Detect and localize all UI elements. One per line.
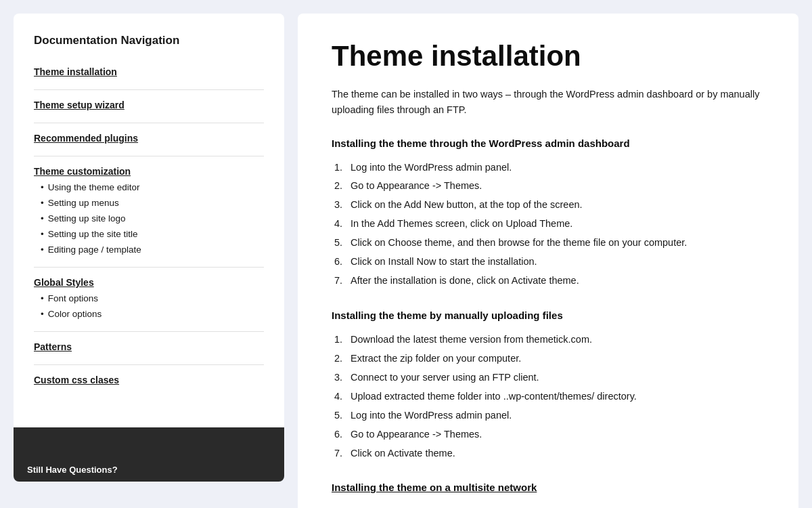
nav-sub-item[interactable]: Setting up the site title [34,226,264,242]
nav-section-custom-css-classes: Custom css clases [34,375,264,398]
main-section-admin-dashboard: Installing the theme through the WordPre… [332,137,765,291]
section-list-admin-dashboard: Log into the WordPress admin panel.Go to… [332,158,765,291]
section-heading-multisite: Installing the theme on a multisite netw… [332,482,765,493]
section-heading-manually-uploading: Installing the theme by manually uploadi… [332,310,765,321]
sidebar-nav: Theme installationTheme setup wizardReco… [34,66,264,398]
nav-link-recommended-plugins[interactable]: Recommended plugins [34,133,264,144]
nav-sub-item[interactable]: Editing page / template [34,242,264,257]
list-item: Go to Appearance -> Themes. [345,425,765,444]
bottom-preview-text: Still Have Questions? [27,465,118,475]
main-section-multisite: Installing the theme on a multisite netw… [332,482,765,493]
nav-sub-item[interactable]: Font options [34,291,264,306]
list-item: In the Add Themes screen, click on Uploa… [345,215,765,234]
nav-link-theme-setup-wizard[interactable]: Theme setup wizard [34,100,264,110]
list-item: Click on Choose theme, and then browse f… [345,234,765,253]
list-item: Upload extracted theme folder into ..wp-… [345,387,765,406]
list-item: Extract the zip folder on your computer. [345,350,765,368]
sidebar-title: Documentation Navigation [34,34,264,47]
nav-link-global-styles[interactable]: Global Styles [34,277,264,288]
nav-section-theme-installation: Theme installation [34,66,264,90]
page-wrapper: Documentation Navigation Theme installat… [0,0,812,508]
nav-sub-item[interactable]: Setting up site logo [34,211,264,226]
bottom-preview: Still Have Questions? [14,427,284,482]
list-item: Click on Activate theme. [345,444,765,463]
list-item: After the installation is done, click on… [345,272,765,291]
nav-link-custom-css-classes[interactable]: Custom css clases [34,375,264,385]
nav-link-theme-installation[interactable]: Theme installation [34,66,264,77]
nav-sub-item[interactable]: Using the theme editor [34,179,264,195]
nav-section-recommended-plugins: Recommended plugins [34,133,264,156]
list-item: Connect to your server using an FTP clie… [345,368,765,387]
nav-sub-item[interactable]: Color options [34,306,264,322]
main-sections: Installing the theme through the WordPre… [332,137,765,494]
list-item: Go to Appearance -> Themes. [345,177,765,196]
main-section-manually-uploading: Installing the theme by manually uploadi… [332,310,765,463]
list-item: Download the latest theme version from t… [345,331,765,350]
list-item: Log into the WordPress admin panel. [345,158,765,177]
nav-link-theme-customization[interactable]: Theme customization [34,166,264,177]
list-item: Log into the WordPress admin panel. [345,406,765,425]
sidebar: Documentation Navigation Theme installat… [14,14,284,427]
nav-section-theme-setup-wizard: Theme setup wizard [34,100,264,123]
nav-section-global-styles: Global StylesFont optionsColor options [34,277,264,332]
section-list-manually-uploading: Download the latest theme version from t… [332,331,765,463]
nav-sub-item[interactable]: Setting up menus [34,195,264,211]
sidebar-with-preview: Documentation Navigation Theme installat… [14,14,284,508]
page-title: Theme installation [332,41,765,72]
nav-link-patterns[interactable]: Patterns [34,341,264,352]
nav-section-patterns: Patterns [34,341,264,365]
nav-section-theme-customization: Theme customizationUsing the theme edito… [34,166,264,268]
section-heading-admin-dashboard: Installing the theme through the WordPre… [332,137,765,149]
list-item: Click on the Add New button, at the top … [345,196,765,215]
main-content: Theme installation The theme can be inst… [298,14,798,508]
intro-text: The theme can be installed in two ways –… [332,87,765,118]
list-item: Click on Install Now to start the instal… [345,253,765,272]
